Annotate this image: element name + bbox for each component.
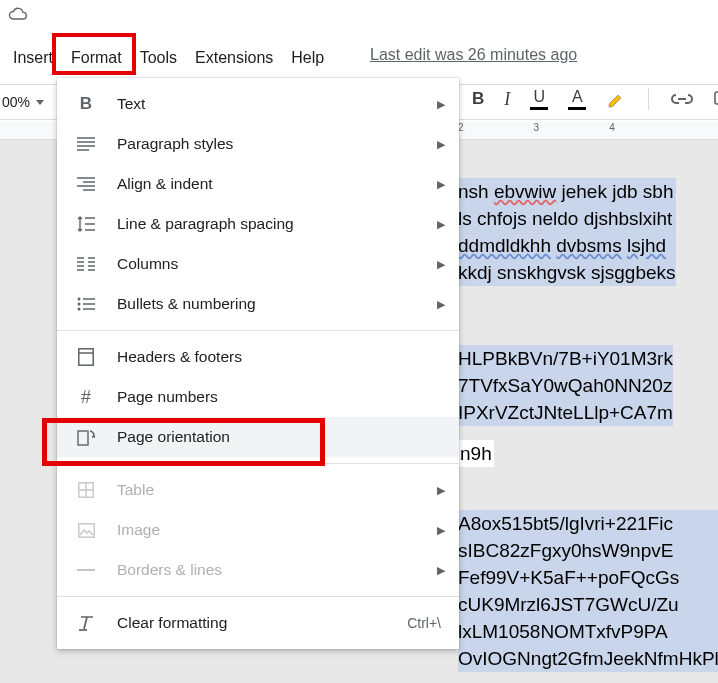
paragraph-icon	[75, 133, 97, 155]
menu-help[interactable]: Help	[282, 43, 333, 73]
svg-rect-8	[78, 431, 88, 445]
toolbar-format-group: B I U A	[472, 88, 718, 110]
submenu-arrow-icon: ▶	[437, 564, 445, 577]
format-dropdown: B Text ▶ Paragraph styles ▶ Align & inde…	[57, 78, 459, 649]
menu-extensions[interactable]: Extensions	[186, 43, 282, 73]
clear-formatting-icon	[75, 612, 97, 634]
svg-point-5	[78, 308, 81, 311]
separator	[648, 88, 649, 110]
svg-rect-6	[79, 349, 93, 365]
bold-button[interactable]: B	[472, 89, 484, 109]
submenu-arrow-icon: ▶	[437, 98, 445, 111]
chevron-down-icon	[36, 100, 44, 105]
bullets-icon	[75, 293, 97, 315]
page-orientation-icon	[75, 426, 97, 448]
last-edit-link[interactable]: Last edit was 26 minutes ago	[370, 46, 577, 64]
dd-align-indent[interactable]: Align & indent ▶	[57, 164, 459, 204]
submenu-arrow-icon: ▶	[437, 484, 445, 497]
line-spacing-icon	[75, 213, 97, 235]
dd-table: Table ▶	[57, 470, 459, 510]
dd-page-numbers[interactable]: # Page numbers	[57, 377, 459, 417]
image-icon	[75, 519, 97, 541]
table-icon	[75, 479, 97, 501]
borders-icon	[75, 559, 97, 581]
submenu-arrow-icon: ▶	[437, 138, 445, 151]
dd-columns[interactable]: Columns ▶	[57, 244, 459, 284]
zoom-value: 00%	[2, 94, 30, 110]
separator	[57, 330, 459, 331]
menubar: Insert Format Tools Extensions Help	[0, 44, 333, 72]
submenu-arrow-icon: ▶	[437, 258, 445, 271]
dd-line-spacing[interactable]: Line & paragraph spacing ▶	[57, 204, 459, 244]
submenu-arrow-icon: ▶	[437, 298, 445, 311]
submenu-arrow-icon: ▶	[437, 178, 445, 191]
svg-point-3	[78, 298, 81, 301]
separator	[57, 596, 459, 597]
doc-text-block-3: A8ox515bt5/lgIvri+221Fic sIBC82zFgxy0hsW…	[458, 510, 718, 672]
dd-clear-formatting[interactable]: Clear formatting Ctrl+\	[57, 603, 459, 643]
highlight-button[interactable]	[606, 89, 626, 109]
dd-text[interactable]: B Text ▶	[57, 84, 459, 124]
align-icon	[75, 173, 97, 195]
text-color-button[interactable]: A	[568, 88, 586, 110]
italic-button[interactable]: I	[504, 89, 510, 110]
cloud-save-icon	[8, 6, 28, 22]
svg-point-4	[78, 303, 81, 306]
columns-icon	[75, 253, 97, 275]
menu-insert[interactable]: Insert	[4, 43, 62, 73]
link-button[interactable]	[671, 93, 693, 105]
dd-paragraph-styles[interactable]: Paragraph styles ▶	[57, 124, 459, 164]
underline-button[interactable]: U	[530, 88, 548, 110]
shortcut-label: Ctrl+\	[407, 615, 441, 631]
dd-page-orientation[interactable]: Page orientation	[57, 417, 459, 457]
submenu-arrow-icon: ▶	[437, 524, 445, 537]
ruler-numbers: 234	[458, 122, 615, 133]
dd-bullets-numbering[interactable]: Bullets & numbering ▶	[57, 284, 459, 324]
separator	[57, 463, 459, 464]
comment-button[interactable]	[713, 89, 718, 109]
page-numbers-icon: #	[75, 386, 97, 408]
headers-footers-icon	[75, 346, 97, 368]
doc-text-block-2b: n9h	[458, 440, 494, 467]
doc-text-block-1: nsh ebvwiw jehek jdb sbh ls chfojs neldo…	[458, 178, 676, 286]
dd-borders-lines: Borders & lines ▶	[57, 550, 459, 590]
svg-rect-10	[78, 523, 93, 536]
submenu-arrow-icon: ▶	[437, 218, 445, 231]
dd-image: Image ▶	[57, 510, 459, 550]
bold-icon: B	[75, 93, 97, 115]
doc-text-block-2: HLPBkBVn/7B+iY01M3rk 7TVfxSaY0wQah0NN20z…	[458, 345, 673, 426]
menu-format[interactable]: Format	[62, 43, 131, 73]
menu-tools[interactable]: Tools	[131, 43, 186, 73]
dd-headers-footers[interactable]: Headers & footers	[57, 337, 459, 377]
zoom-select[interactable]: 00%	[2, 94, 44, 110]
